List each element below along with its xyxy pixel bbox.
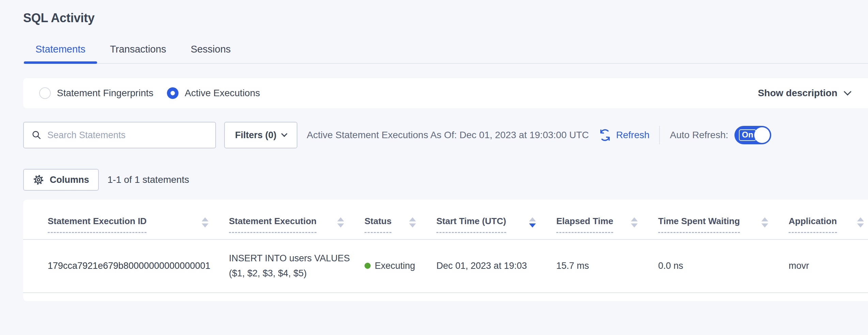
radio-unselected-icon (39, 87, 51, 99)
result-count: 1-1 of 1 statements (108, 174, 189, 185)
table-row: 179cca7921e679b80000000000000001 INSERT … (23, 239, 868, 293)
chevron-down-icon (281, 131, 287, 137)
statements-table: Statement Execution ID Statement Executi… (23, 200, 868, 293)
refresh-label: Refresh (616, 130, 650, 141)
tab-transactions[interactable]: Transactions (98, 38, 179, 63)
radio-label: Statement Fingerprints (57, 88, 153, 99)
toggle-state-label: On (739, 129, 756, 141)
toggle-knob (754, 127, 770, 143)
cell-time-spent-waiting: 0.0 ns (658, 239, 789, 293)
sort-carets-icon (631, 217, 638, 228)
auto-refresh-label: Auto Refresh: (670, 130, 728, 141)
show-description-label: Show description (758, 88, 837, 99)
column-header-statement-execution-id[interactable]: Statement Execution ID (23, 200, 229, 239)
radio-active-executions[interactable]: Active Executions (167, 87, 260, 99)
tab-bar: Statements Transactions Sessions (23, 38, 868, 64)
chevron-down-icon (844, 88, 852, 96)
column-header-statement-execution[interactable]: Statement Execution (229, 200, 365, 239)
gear-icon (33, 174, 44, 186)
search-icon (31, 129, 42, 141)
statements-table-panel: Statement Execution ID Statement Executi… (23, 200, 868, 301)
sort-carets-icon (529, 217, 536, 228)
search-box[interactable] (23, 122, 216, 148)
cell-status: Executing (365, 239, 436, 293)
sort-carets-icon (202, 217, 208, 228)
sort-carets-icon (409, 217, 416, 228)
column-header-start-time[interactable]: Start Time (UTC) (436, 200, 556, 239)
sql-activity-page: SQL Activity Statements Transactions Ses… (23, 0, 868, 301)
table-controls: Columns 1-1 of 1 statements (23, 169, 868, 191)
show-description-toggle[interactable]: Show description (758, 88, 850, 99)
sort-carets-icon (857, 217, 864, 228)
status-dot-icon (365, 263, 371, 269)
refresh-icon (598, 128, 612, 142)
column-header-status[interactable]: Status (365, 200, 436, 239)
sort-carets-icon (337, 217, 344, 228)
sort-carets-icon (761, 217, 768, 228)
toolbar: Filters (0) Active Statement Executions … (23, 122, 868, 148)
view-mode-panel: Statement Fingerprints Active Executions… (23, 78, 868, 108)
filters-label: Filters (0) (235, 130, 277, 141)
cell-start-time: Dec 01, 2023 at 19:03 (436, 239, 556, 293)
page-title: SQL Activity (23, 0, 868, 25)
cell-statement-execution: INSERT INTO users VALUES ($1, $2, $3, $4… (229, 239, 365, 293)
column-header-elapsed-time[interactable]: Elapsed Time (556, 200, 658, 239)
cell-application: movr (789, 239, 868, 293)
auto-refresh-toggle[interactable]: On (734, 126, 771, 144)
tab-sessions[interactable]: Sessions (179, 38, 243, 63)
radio-selected-icon (167, 87, 179, 99)
cell-execution-id[interactable]: 179cca7921e679b80000000000000001 (23, 239, 229, 293)
search-input[interactable] (47, 130, 208, 141)
tab-statements[interactable]: Statements (23, 38, 98, 63)
status-label: Executing (375, 261, 415, 271)
radio-label: Active Executions (185, 88, 260, 99)
cell-elapsed-time: 15.7 ms (556, 239, 658, 293)
vertical-divider (659, 126, 660, 144)
radio-statement-fingerprints[interactable]: Statement Fingerprints (39, 87, 153, 99)
column-header-application[interactable]: Application (789, 200, 868, 239)
refresh-button[interactable]: Refresh (598, 128, 650, 142)
filters-button[interactable]: Filters (0) (224, 122, 297, 148)
table-header-row: Statement Execution ID Statement Executi… (23, 200, 868, 239)
columns-button[interactable]: Columns (23, 169, 99, 191)
columns-label: Columns (50, 175, 89, 185)
column-header-time-spent-waiting[interactable]: Time Spent Waiting (658, 200, 789, 239)
as-of-timestamp: Active Statement Executions As Of: Dec 0… (307, 130, 589, 141)
